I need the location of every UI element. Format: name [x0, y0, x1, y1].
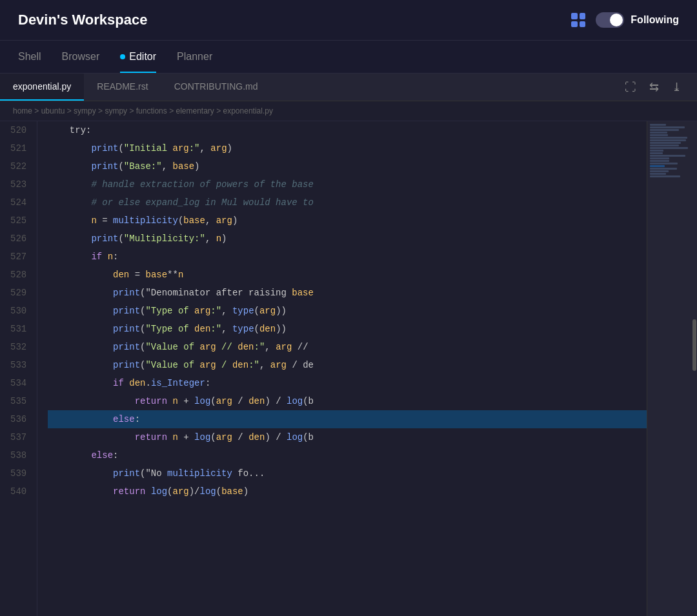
scrollbar-track[interactable] — [692, 121, 697, 616]
tab-editor-label: Editor — [129, 51, 156, 63]
following-label: Following — [631, 14, 679, 26]
code-line-540[interactable]: return log(arg)/log(base) — [48, 482, 647, 501]
editor-container: exponential.py README.rst CONTRIBUTING.m… — [0, 74, 697, 616]
tab-editor[interactable]: Editor — [120, 41, 156, 73]
tab-planner[interactable]: Planner — [177, 41, 212, 73]
following-toggle[interactable] — [596, 12, 624, 28]
file-tab-exponential[interactable]: exponential.py — [0, 74, 84, 101]
code-line-533[interactable]: print("Value of arg / den:", arg / de — [48, 356, 647, 374]
diff-icon[interactable]: ⇆ — [647, 77, 662, 97]
code-line-524[interactable]: # or else expand_log in Mul would have t… — [48, 194, 647, 212]
line-numbers: 5205215225235245255265275285295305315325… — [0, 121, 37, 616]
tab-browser[interactable]: Browser — [62, 41, 100, 73]
code-line-521[interactable]: print("Initial arg:", arg) — [48, 139, 647, 157]
code-line-539[interactable]: print("No multiplicity fo... — [48, 464, 647, 482]
code-line-527[interactable]: if n: — [48, 248, 647, 266]
code-line-536[interactable]: else: — [48, 410, 647, 428]
code-line-535[interactable]: return n + log(arg / den) / log(b — [48, 392, 647, 410]
file-tab-exponential-label: exponential.py — [13, 81, 71, 92]
header-controls: Following — [571, 12, 679, 28]
code-line-537[interactable]: return n + log(arg / den) / log(b — [48, 428, 647, 446]
code-line-525[interactable]: n = multiplicity(base, arg) — [48, 212, 647, 230]
editor-active-dot — [120, 54, 125, 59]
file-tab-contributing[interactable]: CONTRIBUTING.md — [161, 74, 271, 101]
file-tab-icons: ⛶ ⇆ ⤓ — [617, 77, 689, 97]
file-tab-readme-label: README.rst — [97, 81, 148, 92]
code-line-529[interactable]: print("Denominator after raising base — [48, 284, 647, 302]
code-line-520[interactable]: try: — [48, 121, 647, 139]
download-icon[interactable]: ⤓ — [669, 77, 684, 97]
file-tabs: exponential.py README.rst CONTRIBUTING.m… — [0, 74, 697, 101]
code-content[interactable]: try: print("Initial arg:", arg) print("B… — [37, 121, 647, 616]
file-tab-contributing-label: CONTRIBUTING.md — [174, 81, 258, 92]
code-line-526[interactable]: print("Multiplicity:", n) — [48, 230, 647, 248]
code-area[interactable]: 5205215225235245255265275285295305315325… — [0, 121, 697, 616]
grid-icon[interactable] — [571, 13, 585, 27]
tab-shell[interactable]: Shell — [18, 41, 41, 73]
code-line-523[interactable]: # handle extraction of powers of the bas… — [48, 175, 647, 194]
scrollbar-thumb[interactable] — [692, 319, 696, 371]
code-line-531[interactable]: print("Type of den:", type(den)) — [48, 320, 647, 338]
nav-tabs: Shell Browser Editor Planner — [0, 41, 697, 74]
tab-planner-label: Planner — [177, 51, 212, 63]
code-line-530[interactable]: print("Type of arg:", type(arg)) — [48, 302, 647, 320]
header: Devin's Workspace Following — [0, 0, 697, 41]
file-tab-readme[interactable]: README.rst — [84, 74, 161, 101]
tab-shell-label: Shell — [18, 51, 41, 63]
code-line-534[interactable]: if den.is_Integer: — [48, 374, 647, 392]
expand-icon[interactable]: ⛶ — [622, 78, 639, 97]
following-toggle-container: Following — [596, 12, 679, 28]
minimap — [647, 121, 692, 616]
code-line-522[interactable]: print("Base:", base) — [48, 157, 647, 175]
workspace-title: Devin's Workspace — [18, 12, 147, 28]
breadcrumb-text: home > ubuntu > sympy > sympy > function… — [13, 106, 273, 115]
code-line-532[interactable]: print("Value of arg // den:", arg // — [48, 338, 647, 356]
code-line-538[interactable]: else: — [48, 446, 647, 464]
code-line-528[interactable]: den = base**n — [48, 266, 647, 284]
breadcrumb: home > ubuntu > sympy > sympy > function… — [0, 101, 697, 121]
tab-browser-label: Browser — [62, 51, 100, 63]
